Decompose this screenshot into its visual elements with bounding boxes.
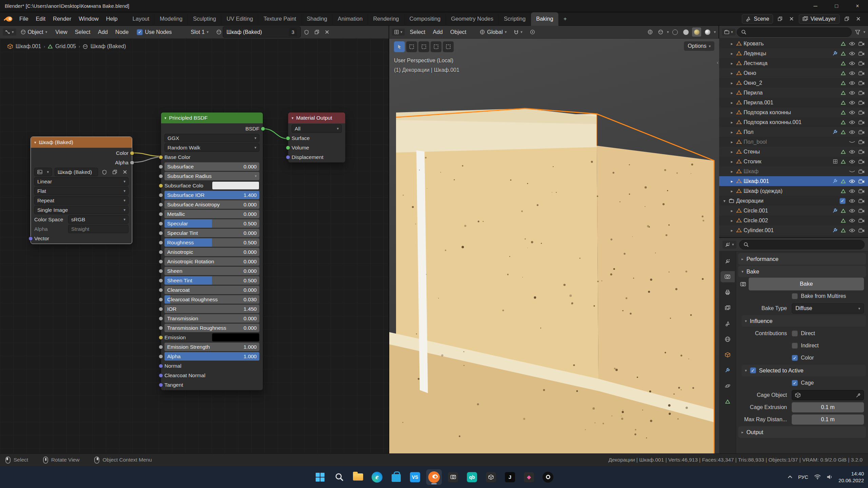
fake-user-button[interactable] — [101, 168, 108, 176]
chevron-down-icon[interactable]: ▾ — [34, 140, 36, 145]
viewport-menu-object[interactable]: Object — [447, 27, 470, 37]
color-space-dropdown[interactable]: sRGB▾ — [68, 215, 129, 224]
slot-dropdown[interactable]: Slot 1▾ — [188, 27, 212, 37]
panel-selected-to-active[interactable]: ▾✓Selected to Active — [742, 365, 866, 376]
clearcoat-slider[interactable]: Clearcoat0.000 — [164, 286, 259, 294]
outliner-filter-button[interactable] — [853, 28, 862, 37]
select-lasso-button[interactable] — [431, 41, 441, 52]
transmission-roughness-input-socket[interactable] — [159, 326, 163, 330]
new-image-button[interactable] — [111, 168, 118, 176]
snapping-button[interactable]: ▾ — [511, 28, 526, 36]
close-button[interactable]: × — [847, 0, 868, 12]
taskbar-jetbrains-icon[interactable]: J — [502, 469, 518, 485]
properties-tab-physics[interactable] — [721, 380, 735, 391]
workspace-tab-layout[interactable]: Layout — [127, 12, 155, 26]
outliner-item[interactable]: ▸Шкаф (одежда) — [719, 186, 868, 196]
bsdf-output-socket[interactable] — [261, 126, 265, 131]
outliner-item[interactable]: ▸Шкаф.001 — [719, 176, 868, 186]
menu-render[interactable]: Render — [49, 14, 75, 24]
taskbar-qb-icon[interactable]: qb — [464, 469, 480, 485]
max-ray-field[interactable]: 0.1 m — [792, 414, 864, 425]
editor-type-button[interactable]: ▾ — [722, 28, 735, 36]
properties-tab-output[interactable] — [721, 287, 735, 298]
expand-arrow[interactable]: ▸ — [729, 130, 734, 135]
workspace-tab-compositing[interactable]: Compositing — [405, 12, 446, 26]
panel-performance[interactable]: ▸Performance — [738, 253, 866, 265]
sheen-input-socket[interactable] — [159, 269, 163, 273]
repeat-dropdown[interactable]: Repeat▾ — [34, 196, 129, 205]
new-viewlayer-button[interactable] — [842, 15, 851, 23]
unlink-image-button[interactable] — [121, 168, 129, 176]
output-target-dropdown[interactable]: All▾ — [292, 124, 342, 133]
alpha-slider[interactable]: Alpha1.000 — [164, 352, 259, 361]
outliner-item[interactable]: ▸Подпорка колонны — [719, 107, 868, 117]
expand-arrow[interactable]: ▸ — [729, 140, 734, 144]
panel-influence[interactable]: ▾Influence — [742, 315, 866, 327]
panel-bake[interactable]: ▾Bake — [738, 266, 866, 277]
specular-slider[interactable]: Specular0.500 — [164, 219, 259, 228]
show-gizmo-button[interactable] — [646, 28, 655, 37]
properties-tab-render[interactable] — [721, 271, 735, 282]
properties-tab-view-layer[interactable] — [721, 302, 735, 313]
alpha-output-socket[interactable] — [130, 160, 134, 165]
subsurface-method-dropdown[interactable]: Random Walk▾ — [164, 143, 259, 152]
new-material-button[interactable] — [312, 28, 321, 37]
taskbar-search-icon[interactable] — [331, 469, 347, 485]
indirect-checkbox[interactable] — [792, 343, 798, 349]
workspace-tab-geometry-nodes[interactable]: Geometry Nodes — [446, 12, 499, 26]
cage-extrusion-field[interactable]: 0.1 m — [792, 402, 864, 412]
outliner-item[interactable]: ▸Cylinder.001 — [719, 225, 868, 235]
wifi-icon[interactable] — [814, 474, 821, 480]
outliner-item[interactable]: ▸Circle.002 — [719, 216, 868, 225]
surface-input-socket[interactable] — [286, 136, 290, 140]
properties-search-input[interactable] — [739, 240, 865, 249]
outliner-item[interactable]: ▸Окно_2 — [719, 78, 868, 88]
chevron-down-icon[interactable]: ▾ — [292, 116, 294, 120]
displacement-input-socket[interactable] — [286, 155, 290, 159]
transmission-roughness-slider[interactable]: Transmission Roughness0.000 — [164, 324, 259, 332]
properties-tab-object-data[interactable] — [721, 396, 735, 407]
breadcrumb-item[interactable]: Шкаф.001 — [16, 43, 41, 49]
shader-node-editor[interactable]: Шкаф.001›Grid.005›Шкаф (Baked) ▾ Шкаф (B… — [0, 39, 389, 453]
transmission-slider[interactable]: Transmission0.000 — [164, 314, 259, 323]
roughness-input-socket[interactable] — [159, 240, 163, 245]
shader-menu-select[interactable]: Select — [71, 27, 94, 37]
expand-arrow[interactable]: ▸ — [729, 81, 734, 85]
expand-arrow[interactable]: ▸ — [729, 169, 734, 174]
fake-user-button[interactable] — [302, 28, 311, 37]
cage-object-field[interactable] — [792, 390, 864, 400]
outliner-item[interactable]: ▸Пол_bool — [719, 137, 868, 147]
outliner-item[interactable]: ▸Кровать — [719, 39, 868, 48]
maximize-button[interactable]: □ — [826, 0, 847, 12]
color-output-socket[interactable] — [130, 151, 134, 155]
clearcoat-roughness-input-socket[interactable] — [159, 297, 163, 302]
anisotropic-rotation-input-socket[interactable] — [159, 259, 163, 264]
principled-bsdf-node[interactable]: ▾ Principled BSDF BSDF GGX▾ Random Walk▾… — [161, 112, 263, 390]
image-texture-node[interactable]: ▾ Шкаф (Baked) ColorAlpha ▾ Шкаф (Baked)… — [31, 137, 132, 244]
roughness-slider[interactable]: Roughness0.500 — [164, 238, 259, 247]
shading-wireframe-button[interactable] — [670, 27, 679, 37]
vector-input-socket[interactable] — [28, 236, 33, 241]
subsurface-radius-widget[interactable]: Subsurface Radius▾ — [164, 172, 259, 180]
editor-type-button[interactable]: ▾ — [723, 241, 736, 249]
expand-arrow[interactable]: ▸ — [729, 218, 734, 223]
single-image-dropdown[interactable]: Single Image▾ — [34, 206, 129, 214]
editor-type-button[interactable]: ▾ — [392, 28, 405, 36]
alpha-mode-dropdown[interactable]: Straight — [68, 225, 129, 233]
principled-node-header[interactable]: ▾ Principled BSDF — [161, 113, 263, 123]
shader-menu-view[interactable]: View — [52, 27, 71, 37]
properties-tab-tool[interactable] — [721, 256, 735, 267]
volume-icon[interactable] — [827, 474, 833, 480]
expand-arrow[interactable]: ▸ — [729, 61, 734, 66]
tweak-tool-button[interactable] — [394, 41, 405, 52]
transform-orientation-dropdown[interactable]: Global▾ — [477, 27, 510, 37]
base-color-input-socket[interactable] — [159, 155, 163, 159]
image-node-header[interactable]: ▾ Шкаф (Baked) — [31, 137, 132, 148]
clock[interactable]: 14:40 20.06.2022 — [839, 470, 864, 484]
shader-menu-add[interactable]: Add — [94, 27, 112, 37]
emission-input-socket[interactable] — [159, 335, 163, 340]
subsurface-radius-input-socket[interactable] — [159, 174, 163, 178]
scene-selector[interactable]: Scene — [742, 14, 773, 24]
breadcrumb-item[interactable]: Grid.005 — [55, 43, 76, 49]
metallic-input-socket[interactable] — [159, 212, 163, 216]
